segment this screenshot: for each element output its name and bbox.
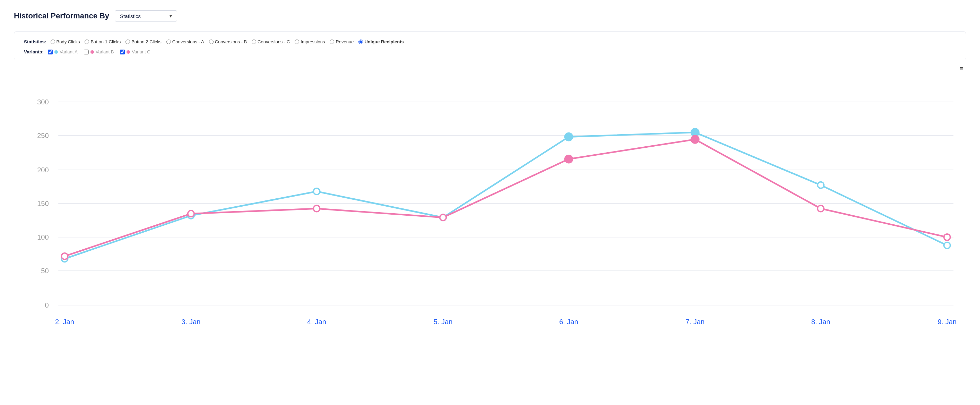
- chart-menu-button[interactable]: ≡: [957, 64, 966, 74]
- variant-b-dot: [91, 50, 94, 54]
- x-label-jan8: 8. Jan: [811, 318, 830, 325]
- y-label-0: 0: [45, 301, 49, 309]
- statistics-dropdown[interactable]: Statistics ▾: [115, 10, 177, 21]
- radio-unique-recipients[interactable]: Unique Recipients: [358, 39, 404, 45]
- y-label-300: 300: [37, 98, 49, 106]
- x-label-jan6: 6. Jan: [559, 318, 578, 325]
- x-label-jan4: 4. Jan: [307, 318, 326, 325]
- filter-card: Statistics: Body Clicks Button 1 Clicks …: [14, 31, 966, 61]
- radio-conversions-b[interactable]: Conversions - B: [209, 39, 247, 45]
- x-label-jan9: 9. Jan: [938, 318, 957, 325]
- radio-conversions-a[interactable]: Conversions - A: [166, 39, 204, 45]
- radio-conversions-c[interactable]: Conversions - C: [252, 39, 290, 45]
- x-label-jan7: 7. Jan: [686, 318, 705, 325]
- va-point-6: [818, 182, 824, 188]
- variant-a-line: [65, 132, 947, 259]
- performance-chart: 0 50 100 150 200 250 300 2. Jan 3. Jan 4…: [14, 64, 966, 330]
- radio-impressions[interactable]: Impressions: [295, 39, 325, 45]
- x-label-jan3: 3. Jan: [181, 318, 201, 325]
- vc-point-3: [440, 214, 446, 220]
- variant-c-line: [65, 139, 947, 256]
- radio-button1-clicks[interactable]: Button 1 Clicks: [84, 39, 121, 45]
- vc-point-2: [313, 205, 320, 212]
- vc-point-4: [565, 155, 573, 163]
- y-label-100: 100: [37, 233, 49, 241]
- y-label-250: 250: [37, 132, 49, 139]
- variant-a-label: Variant A: [60, 49, 78, 54]
- va-point-4: [565, 133, 573, 141]
- variant-a-dot: [54, 50, 58, 54]
- chart-container: ≡ 0 50 100 150 200 250 300 2. Jan 3. Jan…: [14, 64, 966, 332]
- vc-point-0: [61, 253, 68, 259]
- variant-b-item[interactable]: Variant B: [84, 49, 114, 54]
- statistics-label: Statistics:: [24, 39, 46, 45]
- vc-point-7: [944, 234, 950, 240]
- dropdown-value: Statistics: [120, 13, 162, 19]
- variants-row: Variants: Variant A Variant B Variant C: [24, 49, 956, 54]
- variant-c-item[interactable]: Variant C: [120, 49, 150, 54]
- variant-b-label: Variant B: [95, 49, 114, 54]
- va-point-2: [313, 188, 320, 195]
- variant-c-label: Variant C: [132, 49, 150, 54]
- page-title: Historical Performance By: [14, 11, 109, 21]
- vc-point-5: [691, 136, 699, 143]
- x-label-jan5: 5. Jan: [434, 318, 453, 325]
- y-label-200: 200: [37, 166, 49, 174]
- variant-c-dot: [127, 50, 130, 54]
- radio-revenue[interactable]: Revenue: [330, 39, 353, 45]
- chevron-down-icon: ▾: [170, 13, 172, 19]
- variants-label: Variants:: [24, 49, 44, 54]
- va-point-7: [944, 242, 950, 249]
- variant-a-item[interactable]: Variant A: [48, 49, 78, 54]
- radio-button2-clicks[interactable]: Button 2 Clicks: [126, 39, 162, 45]
- header-row: Historical Performance By Statistics ▾: [14, 10, 966, 21]
- y-label-150: 150: [37, 200, 49, 207]
- y-label-50: 50: [41, 267, 49, 274]
- radio-body-clicks[interactable]: Body Clicks: [51, 39, 80, 45]
- vc-point-1: [188, 210, 194, 217]
- statistics-row: Statistics: Body Clicks Button 1 Clicks …: [24, 39, 956, 45]
- x-label-jan2: 2. Jan: [55, 318, 74, 325]
- vc-point-6: [818, 205, 824, 212]
